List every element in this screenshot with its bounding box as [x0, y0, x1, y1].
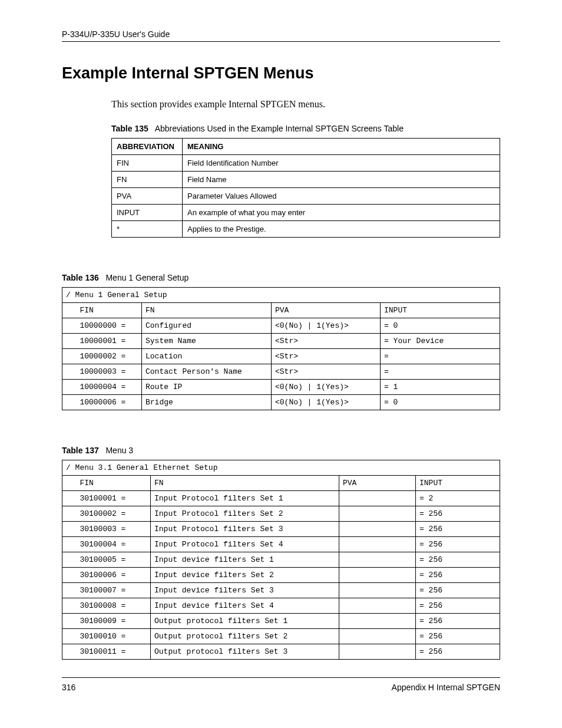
intro-paragraph: This section provides example Internal S… [111, 99, 500, 110]
pva-cell [339, 522, 416, 537]
fn-cell: Input Protocol filters Set 2 [151, 506, 339, 522]
input-header: INPUT [416, 476, 500, 491]
input-header: INPUT [381, 303, 500, 318]
fin-cell: 30100011 = [62, 644, 151, 660]
table-136-title: Menu 1 General Setup [99, 273, 189, 282]
fin-cell: 10000002 = [62, 349, 142, 364]
fin-cell: 30100006 = [62, 568, 151, 583]
fn-cell: Bridge [142, 395, 272, 410]
pva-cell [339, 491, 416, 506]
fin-cell: 10000006 = [62, 395, 142, 410]
table-row: 10000000 =Configured<0(No) | 1(Yes)>= 0 [62, 318, 500, 334]
menu-title: / Menu 1 General Setup [62, 288, 500, 303]
fn-header: FN [151, 476, 339, 491]
pva-header: PVA [339, 476, 416, 491]
input-cell: = 256 [416, 552, 500, 568]
table-row: 30100005 =Input device filters Set 1= 25… [62, 552, 500, 568]
page-number: 316 [62, 683, 75, 692]
pva-cell: <0(No) | 1(Yes)> [272, 395, 381, 410]
fin-cell: 10000001 = [62, 334, 142, 349]
fin-cell: 30100008 = [62, 598, 151, 614]
fn-cell: Configured [142, 318, 272, 334]
meaning-cell: An example of what you may enter [183, 205, 500, 221]
fn-cell: Input Protocol filters Set 3 [151, 522, 339, 537]
document-page: P-334U/P-335U User's Guide Example Inter… [0, 0, 562, 716]
table-136-label: Table 136 [62, 273, 99, 282]
fn-cell: Input device filters Set 2 [151, 568, 339, 583]
pva-cell: <Str> [272, 349, 381, 364]
table-row: FIN Field Identification Number [112, 155, 500, 172]
table-137-title: Menu 3 [99, 446, 133, 455]
abbr-cell: FN [112, 172, 183, 188]
table-137-caption: Table 137 Menu 3 [62, 446, 500, 455]
pva-cell [339, 614, 416, 629]
table-header-row: FIN FN PVA INPUT [62, 476, 500, 491]
pva-cell [339, 506, 416, 522]
fin-cell: 10000000 = [62, 318, 142, 334]
abbr-cell: PVA [112, 188, 183, 205]
fin-header: FIN [62, 476, 151, 491]
input-cell: = 256 [416, 568, 500, 583]
fn-cell: System Name [142, 334, 272, 349]
col-meaning-header: MEANING [183, 139, 500, 155]
table-row: 30100010 =Output protocol filters Set 2=… [62, 629, 500, 644]
pva-cell: <0(No) | 1(Yes)> [272, 318, 381, 334]
page-footer: 316 Appendix H Internal SPTGEN [62, 677, 500, 692]
fn-cell: Input device filters Set 3 [151, 583, 339, 598]
input-cell: = 256 [416, 537, 500, 552]
input-cell: = 256 [416, 614, 500, 629]
pva-cell [339, 537, 416, 552]
pva-header: PVA [272, 303, 381, 318]
abbr-cell: * [112, 221, 183, 238]
fn-header: FN [142, 303, 272, 318]
fin-cell: 30100001 = [62, 491, 151, 506]
fn-cell: Input device filters Set 4 [151, 598, 339, 614]
menu-title: / Menu 3.1 General Ethernet Setup [62, 460, 500, 476]
fn-cell: Input Protocol filters Set 4 [151, 537, 339, 552]
table-row: 30100009 =Output protocol filters Set 1=… [62, 614, 500, 629]
abbr-cell: FIN [112, 155, 183, 172]
fin-cell: 30100007 = [62, 583, 151, 598]
table-135-title: Abbreviations Used in the Example Intern… [148, 124, 404, 133]
menu-title-row: / Menu 1 General Setup [62, 288, 500, 303]
guide-title: P-334U/P-335U User's Guide [62, 29, 170, 39]
pva-cell: <Str> [272, 334, 381, 349]
fn-cell: Route IP [142, 380, 272, 395]
table-row: 30100002 =Input Protocol filters Set 2= … [62, 506, 500, 522]
table-row: 30100003 =Input Protocol filters Set 3= … [62, 522, 500, 537]
pva-cell [339, 598, 416, 614]
table-row: 10000003 =Contact Person's Name<Str>= [62, 364, 500, 380]
table-row: 30100011 =Output protocol filters Set 3=… [62, 644, 500, 660]
menu-title-row: / Menu 3.1 General Ethernet Setup [62, 460, 500, 476]
input-cell: = 2 [416, 491, 500, 506]
table-137-label: Table 137 [62, 446, 99, 455]
meaning-cell: Applies to the Prestige. [183, 221, 500, 238]
abbr-cell: INPUT [112, 205, 183, 221]
pva-cell [339, 644, 416, 660]
input-cell: = [381, 349, 500, 364]
fin-cell: 30100003 = [62, 522, 151, 537]
fin-cell: 10000003 = [62, 364, 142, 380]
input-cell: = 256 [416, 506, 500, 522]
fn-cell: Contact Person's Name [142, 364, 272, 380]
table-136: / Menu 1 General Setup FIN FN PVA INPUT … [62, 287, 500, 410]
table-row: ABBREVIATION MEANING [112, 139, 500, 155]
fn-cell: Output protocol filters Set 3 [151, 644, 339, 660]
fin-cell: 30100002 = [62, 506, 151, 522]
table-row: FN Field Name [112, 172, 500, 188]
table-row: 30100004 =Input Protocol filters Set 4= … [62, 537, 500, 552]
table-row: 10000002 =Location<Str>= [62, 349, 500, 364]
input-cell: = [381, 364, 500, 380]
appendix-label: Appendix H Internal SPTGEN [392, 683, 500, 692]
table-row: 10000004 =Route IP<0(No) | 1(Yes)>= 1 [62, 380, 500, 395]
fn-cell: Location [142, 349, 272, 364]
table-135-caption: Table 135 Abbreviations Used in the Exam… [111, 124, 500, 133]
table-row: 30100006 =Input device filters Set 2= 25… [62, 568, 500, 583]
fn-cell: Input device filters Set 1 [151, 552, 339, 568]
pva-cell [339, 552, 416, 568]
table-row: 30100001 =Input Protocol filters Set 1= … [62, 491, 500, 506]
input-cell: = 1 [381, 380, 500, 395]
pva-cell [339, 568, 416, 583]
table-row: 30100008 =Input device filters Set 4= 25… [62, 598, 500, 614]
col-abbr-header: ABBREVIATION [112, 139, 183, 155]
